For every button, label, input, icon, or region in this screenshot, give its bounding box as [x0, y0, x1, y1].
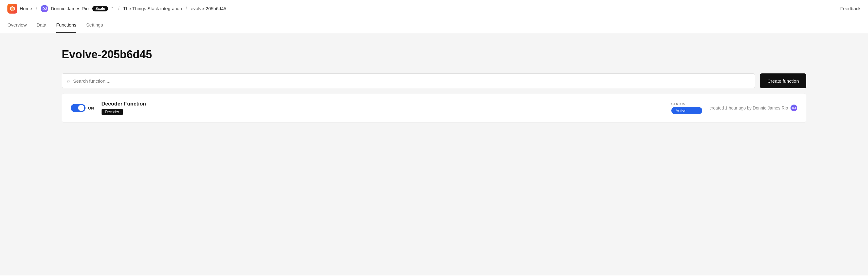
tabs-nav: Overview Data Functions Settings	[0, 17, 868, 33]
status-label: STATUS	[671, 102, 702, 106]
tab-functions[interactable]: Functions	[56, 17, 76, 33]
created-text: created 1 hour ago by Donnie James Rio	[710, 105, 788, 110]
search-row: ⌕ Create function	[62, 73, 806, 88]
chevron-icon[interactable]: ⌃	[111, 6, 114, 11]
function-name: Decoder Function	[101, 101, 664, 107]
topbar: Home / DJ Donnie James Rio Scale ⌃ / The…	[0, 0, 868, 17]
org-avatar: DJ	[41, 5, 48, 12]
tab-data[interactable]: Data	[37, 17, 46, 33]
sep-2: /	[118, 6, 119, 11]
function-type-badge: Decoder	[101, 109, 123, 115]
tab-overview[interactable]: Overview	[7, 17, 27, 33]
home-link[interactable]: Home	[20, 6, 32, 11]
toggle-wrapper: ON	[71, 104, 94, 112]
main-content: Evolve-205b6d45 ⌕ Create function ON Dec…	[0, 33, 868, 275]
status-badge: Active	[671, 107, 702, 114]
integration-link[interactable]: The Things Stack integration	[123, 6, 182, 11]
device-label: evolve-205b6d45	[191, 6, 226, 11]
function-toggle[interactable]	[71, 104, 86, 112]
app-logo[interactable]	[7, 4, 17, 13]
scale-badge: Scale	[92, 6, 108, 11]
search-icon: ⌕	[67, 78, 70, 83]
sep-3: /	[186, 6, 187, 11]
function-info: Decoder Function Decoder	[101, 101, 664, 115]
tab-settings[interactable]: Settings	[86, 17, 103, 33]
create-function-button[interactable]: Create function	[760, 73, 806, 88]
function-card: ON Decoder Function Decoder STATUS Activ…	[62, 93, 806, 123]
page-title: Evolve-205b6d45	[0, 48, 868, 61]
creator-avatar: DJ	[790, 105, 797, 111]
status-column: STATUS Active	[671, 102, 702, 114]
org-name[interactable]: Donnie James Rio	[51, 6, 89, 11]
sep-1: /	[36, 6, 37, 11]
functions-section: ⌕ Create function ON Decoder Function De…	[0, 73, 868, 123]
search-box: ⌕	[62, 73, 755, 88]
toggle-label: ON	[88, 106, 94, 110]
toggle-thumb	[78, 105, 84, 111]
created-info: created 1 hour ago by Donnie James Rio D…	[710, 105, 797, 111]
search-input[interactable]	[73, 78, 750, 83]
feedback-link[interactable]: Feedback	[840, 6, 861, 11]
